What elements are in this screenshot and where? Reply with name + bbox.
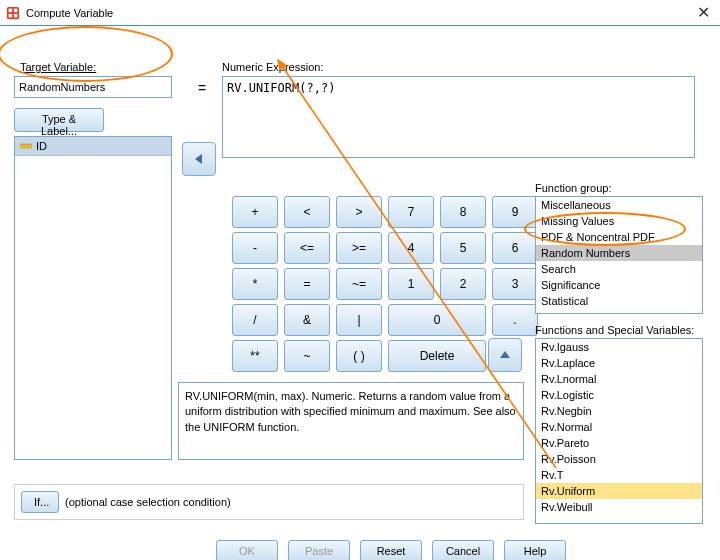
function-description: RV.UNIFORM(min, max). Numeric. Returns a… — [178, 382, 524, 460]
ok-button[interactable]: OK — [216, 540, 278, 560]
key-le[interactable]: <= — [284, 232, 330, 264]
svg-rect-3 — [9, 13, 13, 17]
key-3[interactable]: 3 — [492, 268, 538, 300]
key-6[interactable]: 6 — [492, 232, 538, 264]
key-1[interactable]: 1 — [388, 268, 434, 300]
key-plus[interactable]: + — [232, 196, 278, 228]
app-icon — [6, 6, 20, 20]
list-item[interactable]: Rv.Poisson — [536, 451, 702, 467]
target-variable-input[interactable] — [14, 76, 172, 98]
svg-marker-11 — [195, 154, 202, 164]
dialog-button-row: OK Paste Reset Cancel Help — [216, 540, 566, 560]
arrow-up-icon — [497, 347, 513, 363]
svg-rect-1 — [9, 8, 13, 12]
functions-special-list[interactable]: Rv.Igauss Rv.Laplace Rv.Lnormal Rv.Logis… — [535, 338, 703, 524]
list-item[interactable]: Rv.Normal — [536, 419, 702, 435]
functions-special-label: Functions and Special Variables: — [535, 324, 694, 336]
if-condition-row: If... (optional case selection condition… — [14, 484, 524, 520]
equals-sign: = — [198, 80, 206, 96]
key-neq[interactable]: ~= — [336, 268, 382, 300]
svg-marker-12 — [500, 351, 510, 358]
move-right-button[interactable] — [182, 142, 216, 176]
key-2[interactable]: 2 — [440, 268, 486, 300]
reset-button[interactable]: Reset — [360, 540, 422, 560]
key-lt[interactable]: < — [284, 196, 330, 228]
list-item[interactable]: Rv.Pareto — [536, 435, 702, 451]
key-not[interactable]: ~ — [284, 340, 330, 372]
list-item[interactable]: Rv.Weibull — [536, 499, 702, 515]
function-group-label: Function group: — [535, 182, 611, 194]
variable-id-label: ID — [36, 140, 47, 152]
list-item[interactable]: Rv.Uniform — [536, 483, 702, 499]
cancel-button[interactable]: Cancel — [432, 540, 494, 560]
key-dot[interactable]: . — [492, 304, 538, 336]
if-button[interactable]: If... — [21, 491, 59, 513]
list-item[interactable]: Rv.Igauss — [536, 339, 702, 355]
list-item[interactable]: PDF & Noncentral PDF — [536, 229, 702, 245]
numeric-expression-input[interactable]: RV.UNIFORM(?,?) — [222, 76, 695, 158]
key-delete[interactable]: Delete — [388, 340, 486, 372]
key-eq[interactable]: = — [284, 268, 330, 300]
help-button[interactable]: Help — [504, 540, 566, 560]
svg-rect-4 — [14, 13, 18, 17]
key-7[interactable]: 7 — [388, 196, 434, 228]
key-4[interactable]: 4 — [388, 232, 434, 264]
list-item[interactable]: Random Numbers — [536, 245, 702, 261]
if-condition-text: (optional case selection condition) — [65, 496, 231, 508]
numeric-expression-label: Numeric Expression: — [222, 61, 323, 73]
arrow-left-icon — [191, 151, 207, 167]
variable-list-item[interactable]: ID — [15, 137, 171, 156]
list-item[interactable]: Rv.Lnormal — [536, 371, 702, 387]
window-title: Compute Variable — [26, 7, 113, 19]
list-item[interactable]: Rv.T — [536, 467, 702, 483]
list-item[interactable]: Rv.Logistic — [536, 387, 702, 403]
variable-list[interactable]: ID — [14, 136, 172, 460]
key-div[interactable]: / — [232, 304, 278, 336]
key-5[interactable]: 5 — [440, 232, 486, 264]
target-variable-label: Target Variable: — [20, 61, 96, 73]
close-icon[interactable]: ✕ — [697, 3, 710, 22]
dialog-content: Target Variable: Type & Label... = Numer… — [0, 26, 720, 560]
ruler-icon — [20, 140, 32, 152]
list-item[interactable]: Statistical — [536, 293, 702, 309]
list-item[interactable]: Miscellaneous — [536, 197, 702, 213]
list-item[interactable]: Rv.Negbin — [536, 403, 702, 419]
type-and-label-button[interactable]: Type & Label... — [14, 108, 104, 132]
key-pow[interactable]: ** — [232, 340, 278, 372]
key-and[interactable]: & — [284, 304, 330, 336]
key-or[interactable]: | — [336, 304, 382, 336]
svg-rect-2 — [14, 8, 18, 12]
key-minus[interactable]: - — [232, 232, 278, 264]
key-mult[interactable]: * — [232, 268, 278, 300]
key-ge[interactable]: >= — [336, 232, 382, 264]
list-item[interactable]: Missing Values — [536, 213, 702, 229]
key-9[interactable]: 9 — [492, 196, 538, 228]
key-gt[interactable]: > — [336, 196, 382, 228]
titlebar: Compute Variable ✕ — [0, 0, 720, 26]
key-8[interactable]: 8 — [440, 196, 486, 228]
insert-function-button[interactable] — [488, 338, 522, 372]
paste-button[interactable]: Paste — [288, 540, 350, 560]
key-parens[interactable]: ( ) — [336, 340, 382, 372]
function-group-list[interactable]: Miscellaneous Missing Values PDF & Nonce… — [535, 196, 703, 314]
key-0[interactable]: 0 — [388, 304, 486, 336]
list-item[interactable]: Search — [536, 261, 702, 277]
list-item[interactable]: Significance — [536, 277, 702, 293]
list-item[interactable]: Rv.Laplace — [536, 355, 702, 371]
